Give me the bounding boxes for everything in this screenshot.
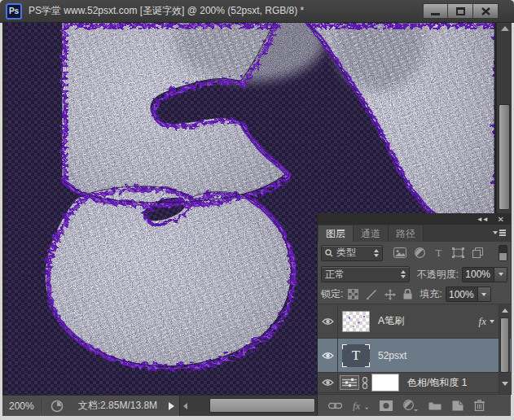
- layer-list: A笔刷 fx T 52: [318, 304, 511, 394]
- selection-corner: [365, 362, 370, 367]
- layers-panel-toolbar: fx: [318, 394, 511, 416]
- opacity-label: 不透明度:: [417, 268, 459, 282]
- visibility-toggle[interactable]: [318, 339, 338, 372]
- blend-mode-row: 正常 不透明度: 100%: [318, 264, 511, 285]
- filter-smart-objects-icon[interactable]: [472, 247, 483, 258]
- thumbnail-letter: T: [352, 348, 360, 364]
- layer-name[interactable]: 52psxt: [378, 350, 406, 361]
- scroll-down-arrow-icon[interactable]: [502, 382, 508, 386]
- fill-control: 100%: [446, 287, 491, 302]
- fx-expand-arrow-icon[interactable]: [490, 320, 494, 323]
- svg-text:fx: fx: [353, 400, 361, 411]
- document-size-info: 文档:2.85M/13.8M: [78, 399, 157, 413]
- select-arrows-icon: [401, 270, 406, 278]
- svg-text:T: T: [436, 247, 442, 258]
- close-button[interactable]: [473, 3, 499, 19]
- opacity-dropdown-arrow[interactable]: [494, 267, 507, 282]
- lock-row: 锁定: 填充:: [318, 285, 511, 304]
- status-bar: 200% 文档:2.85M/13.8M: [2, 395, 317, 416]
- search-icon: [325, 249, 333, 257]
- statusbar-divider: [42, 399, 42, 413]
- add-layer-style-icon[interactable]: fx: [353, 400, 369, 411]
- layer-filter-row: 类型 T: [318, 242, 511, 264]
- lock-all-icon[interactable]: [403, 289, 412, 300]
- horizontal-scrollbar[interactable]: [179, 396, 317, 416]
- layer-row-hue-saturation[interactable]: 色相/饱和度 1: [318, 373, 511, 393]
- filter-on-off-toggle[interactable]: [499, 245, 507, 261]
- scrollbar-thumb[interactable]: [500, 317, 509, 373]
- lock-transparent-pixels-icon[interactable]: [348, 289, 358, 300]
- opacity-value[interactable]: 100%: [462, 267, 494, 282]
- visibility-toggle[interactable]: [318, 304, 338, 338]
- close-panel-icon[interactable]: ✕: [498, 215, 504, 224]
- fx-label: fx: [479, 315, 486, 328]
- link-layers-icon[interactable]: [328, 402, 342, 409]
- document-info-icon: [51, 400, 64, 413]
- eye-icon: [322, 352, 334, 360]
- window-title: PS学堂 www.52psxt.com [圣诞字效] @ 200% (52psx…: [29, 4, 304, 18]
- selection-corner: [342, 344, 347, 349]
- opacity-control: 100%: [462, 267, 507, 282]
- panel-menu-icon[interactable]: [493, 230, 506, 238]
- selection-corner: [365, 344, 370, 349]
- layer-name[interactable]: 色相/饱和度 1: [407, 376, 467, 390]
- tab-channels[interactable]: 通道: [354, 225, 389, 242]
- selection-corner: [342, 362, 347, 367]
- delete-layer-icon[interactable]: [474, 400, 485, 411]
- minimize-button[interactable]: [423, 3, 448, 19]
- blend-mode-value: 正常: [325, 268, 345, 282]
- scroll-left-arrow-icon[interactable]: [183, 403, 187, 409]
- horizontal-scrollbar-thumb[interactable]: [209, 398, 315, 413]
- maximize-icon: [456, 7, 465, 15]
- window-controls: [423, 3, 499, 19]
- sliders-icon: [342, 378, 357, 387]
- new-group-icon[interactable]: [428, 400, 442, 410]
- scroll-up-arrow-icon[interactable]: [501, 26, 509, 31]
- layer-list-scrollbar[interactable]: [499, 304, 510, 394]
- lock-image-pixels-icon[interactable]: [366, 289, 377, 300]
- collapse-panel-icon[interactable]: ◄◄: [477, 216, 488, 223]
- text-layer-thumbnail[interactable]: T: [342, 344, 370, 367]
- filter-type-layers-icon[interactable]: T: [433, 247, 444, 258]
- blend-mode-select[interactable]: 正常: [321, 266, 410, 282]
- status-popup-arrow-icon[interactable]: [169, 402, 174, 410]
- filter-pixel-layers-icon[interactable]: [393, 247, 406, 258]
- maximize-button[interactable]: [448, 3, 473, 19]
- new-adjustment-layer-icon[interactable]: [403, 400, 418, 411]
- title-bar[interactable]: Ps PS学堂 www.52psxt.com [圣诞字效] @ 200% (52…: [0, 0, 514, 23]
- mask-link-icon[interactable]: [362, 377, 368, 389]
- scroll-up-arrow-icon[interactable]: [502, 308, 508, 313]
- layer-effects-badge[interactable]: fx: [479, 304, 494, 338]
- lock-position-icon[interactable]: [384, 289, 396, 300]
- fill-dropdown-arrow[interactable]: [478, 287, 491, 302]
- layer-name[interactable]: A笔刷: [378, 314, 404, 328]
- fill-value[interactable]: 100%: [446, 287, 478, 302]
- layer-mask-thumbnail[interactable]: [371, 374, 399, 392]
- filter-shape-layers-icon[interactable]: [452, 247, 464, 258]
- filter-type-select[interactable]: 类型: [321, 245, 383, 261]
- tab-layers[interactable]: 图层: [319, 225, 354, 242]
- vertical-scrollbar-thumb[interactable]: [499, 104, 510, 210]
- tab-paths[interactable]: 路径: [389, 225, 424, 242]
- photoshop-window: Ps PS学堂 www.52psxt.com [圣诞字效] @ 200% (52…: [0, 0, 514, 420]
- layer-row-52psxt[interactable]: T 52psxt: [318, 339, 511, 373]
- add-layer-mask-icon[interactable]: [380, 400, 393, 411]
- visibility-toggle[interactable]: [318, 373, 338, 392]
- lock-label: 锁定:: [321, 287, 343, 301]
- layer-thumbnail[interactable]: [342, 311, 370, 332]
- panel-group-header: ◄◄ ✕: [318, 213, 511, 225]
- select-arrows-icon: [374, 249, 379, 257]
- layer-row-brush[interactable]: A笔刷 fx: [318, 304, 511, 339]
- ps-logo-icon: Ps: [6, 3, 22, 20]
- new-layer-icon[interactable]: [452, 400, 463, 411]
- filter-type-label: 类型: [336, 246, 356, 260]
- eye-icon: [322, 378, 334, 387]
- layers-panel: ◄◄ ✕ 图层 通道 路径 类型: [317, 213, 511, 416]
- panel-tabs: 图层 通道 路径: [318, 225, 511, 242]
- zoom-level-field[interactable]: 200%: [2, 400, 42, 412]
- lock-icons: [348, 289, 412, 300]
- adjustment-layer-thumbnail[interactable]: [340, 375, 359, 390]
- filter-kind-icons: T: [393, 247, 483, 258]
- fill-label: 填充:: [420, 287, 442, 301]
- filter-adjustment-layers-icon[interactable]: [415, 247, 425, 258]
